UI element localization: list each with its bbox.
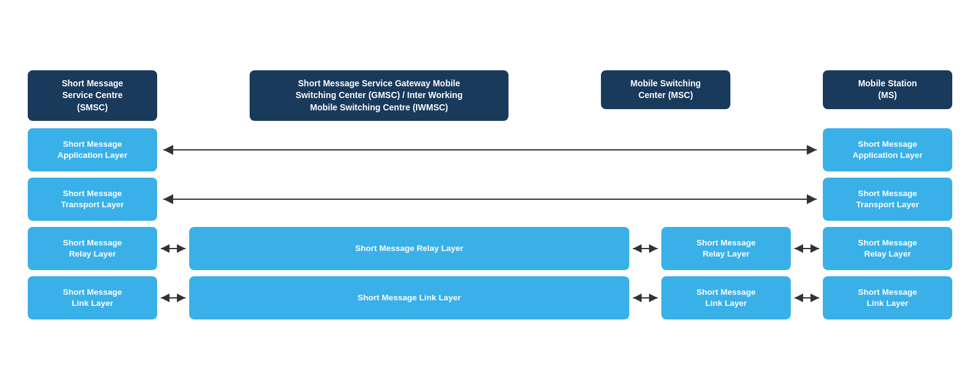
arrow-msc-ms-relay: [791, 241, 823, 256]
app-arrow: [157, 141, 823, 159]
arrow-gmsc-msc-relay: [629, 241, 661, 256]
transport-layer-row: Short MessageTransport Layer Short Messa…: [28, 176, 952, 222]
smsc-link-layer: Short MessageLink Layer: [28, 276, 157, 319]
arrow-gmsc-msc-link: [629, 290, 661, 305]
arrow-smsc-gmsc-link: [157, 290, 189, 305]
msc-header: Mobile SwitchingCenter (MSC): [601, 70, 730, 109]
gmsc-header: Short Message Service Gateway MobileSwit…: [250, 70, 508, 121]
gmsc-relay-layer: Short Message Relay Layer: [189, 227, 629, 270]
smsc-transport-layer: Short MessageTransport Layer: [28, 178, 157, 221]
arrow-msc-ms-link: [791, 290, 823, 305]
gmsc-link-layer: Short Message Link Layer: [189, 276, 629, 319]
app-layer-row: Short MessageApplication Layer Short Mes…: [28, 127, 952, 173]
link-layer-row: Short MessageLink Layer Short Message Li…: [28, 275, 952, 321]
msc-link-layer: Short MessageLink Layer: [661, 276, 791, 319]
transport-arrow: [157, 190, 823, 208]
ms-relay-layer: Short MessageRelay Layer: [823, 227, 952, 270]
header-row: Short MessageService Centre(SMSC) Short …: [28, 70, 952, 121]
diagram: Short MessageService Centre(SMSC) Short …: [15, 64, 965, 327]
relay-layer-row: Short MessageRelay Layer Short Message R…: [28, 226, 952, 271]
ms-link-layer: Short MessageLink Layer: [823, 276, 952, 319]
ms-app-layer: Short MessageApplication Layer: [823, 128, 952, 171]
arrow-smsc-gmsc-relay: [157, 241, 189, 256]
ms-transport-layer: Short MessageTransport Layer: [823, 178, 952, 221]
smsc-app-layer: Short MessageApplication Layer: [28, 128, 157, 171]
smsc-relay-layer: Short MessageRelay Layer: [28, 227, 157, 270]
smsc-header: Short MessageService Centre(SMSC): [28, 70, 157, 121]
msc-relay-layer: Short MessageRelay Layer: [661, 227, 791, 270]
ms-header: Mobile Station(MS): [823, 70, 952, 109]
layers-area: Short MessageApplication Layer Short Mes…: [28, 127, 952, 321]
